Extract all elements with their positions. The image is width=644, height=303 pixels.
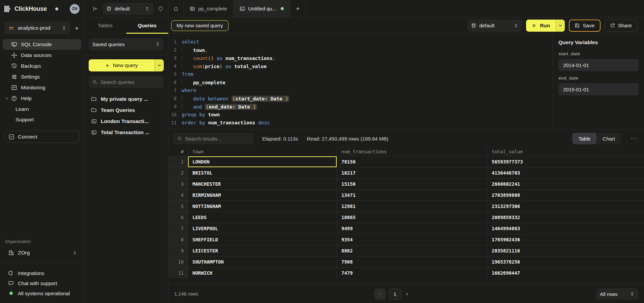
cell-num-transactions[interactable]: 12981 bbox=[337, 201, 487, 212]
cell-num-transactions[interactable]: 10865 bbox=[337, 212, 487, 223]
service-selector[interactable]: aws analytics-prod bbox=[4, 22, 70, 34]
home-tab[interactable] bbox=[168, 0, 184, 17]
cell-total-value[interactable]: 1464994863 bbox=[487, 223, 644, 234]
cell-total-value[interactable]: 1765902436 bbox=[487, 234, 644, 245]
code-line-4[interactable]: 4sum(price) as total_value bbox=[168, 62, 553, 70]
column-header-town[interactable]: town bbox=[188, 147, 337, 156]
search-queries-input[interactable] bbox=[100, 79, 160, 85]
cell-num-transactions[interactable]: 9354 bbox=[337, 234, 487, 245]
page-size-selector[interactable]: All rows bbox=[596, 288, 638, 300]
query-list-item-team-queries[interactable]: Team Queries bbox=[89, 104, 164, 116]
cell-num-transactions[interactable]: 7479 bbox=[337, 267, 487, 278]
cell-town[interactable]: LIVERPOOL bbox=[188, 223, 337, 234]
sidebar-item-support[interactable]: Support bbox=[3, 114, 81, 125]
view-tab-table[interactable]: Table bbox=[572, 133, 596, 144]
search-results-input[interactable] bbox=[185, 136, 249, 142]
cell-num-transactions[interactable]: 7908 bbox=[337, 256, 487, 267]
query-list-item-my-private-query[interactable]: My private query ... bbox=[89, 93, 164, 104]
tab-tables[interactable]: Tables bbox=[84, 18, 126, 33]
footer-item-chat-with-support[interactable]: Chat with support bbox=[3, 278, 81, 288]
cell-town[interactable]: NOTTINGHAM bbox=[188, 201, 337, 212]
variable-input-start-date[interactable] bbox=[558, 59, 639, 71]
code-line-7[interactable]: 7where bbox=[168, 86, 553, 94]
code-line-8[interactable]: 8date between {start_date: Date } bbox=[168, 94, 553, 102]
run-dropdown[interactable] bbox=[556, 20, 565, 32]
more-menu-icon[interactable]: ··· bbox=[631, 135, 637, 142]
cell-town[interactable]: MANCHESTER bbox=[188, 178, 337, 189]
cell-town[interactable]: BRISTOL bbox=[188, 167, 337, 178]
code-line-11[interactable]: 11order by num_transactions desc bbox=[168, 119, 553, 127]
new-query-button[interactable]: + New query bbox=[89, 59, 164, 71]
cell-town[interactable]: LEEDS bbox=[188, 212, 337, 223]
cell-town[interactable]: SHEFFIELD bbox=[188, 234, 337, 245]
code-line-3[interactable]: 3count() as num_transactions, bbox=[168, 54, 553, 62]
query-parameter-chip[interactable]: {end_date: Date } bbox=[205, 104, 257, 110]
cell-total-value[interactable]: 2089859332 bbox=[487, 212, 644, 223]
share-button[interactable]: Share bbox=[605, 20, 637, 32]
code-line-2[interactable]: 2town, bbox=[168, 46, 553, 54]
cell-town[interactable]: NORWICH bbox=[188, 267, 337, 278]
new-query-dropdown[interactable] bbox=[155, 59, 164, 71]
add-service-button[interactable]: + bbox=[74, 25, 80, 32]
sidebar-item-settings[interactable]: Settings bbox=[3, 71, 81, 82]
refresh-icon[interactable] bbox=[158, 6, 163, 11]
sidebar-item-monitoring[interactable]: Monitoring bbox=[3, 82, 81, 93]
view-tab-chart[interactable]: Chart bbox=[596, 133, 621, 144]
cell-town[interactable]: SOUTHAMPTON bbox=[188, 256, 337, 267]
cell-total-value[interactable]: 2313297306 bbox=[487, 201, 644, 212]
sidebar-item-data-sources[interactable]: Data sources bbox=[3, 50, 81, 61]
cell-total-value[interactable]: 2660602241 bbox=[487, 178, 644, 189]
code-line-6[interactable]: 6pp_complete bbox=[168, 78, 553, 86]
code-line-10[interactable]: 10group by town bbox=[168, 111, 553, 119]
sidebar-item-backups[interactable]: Backups bbox=[3, 61, 81, 71]
run-button-main[interactable]: Run bbox=[526, 20, 556, 32]
cell-total-value[interactable]: 1662690447 bbox=[487, 267, 644, 278]
cell-num-transactions[interactable]: 16217 bbox=[337, 167, 487, 178]
footer-item-all-systems-operational[interactable]: All systems operational bbox=[3, 288, 81, 298]
column-header-index[interactable]: # bbox=[168, 147, 188, 156]
cell-total-value[interactable]: 2703899808 bbox=[487, 189, 644, 201]
code-line-9[interactable]: 9and {end_date: Date } bbox=[168, 102, 553, 111]
run-button[interactable]: Run bbox=[526, 20, 565, 32]
database-selector[interactable]: default bbox=[103, 3, 153, 15]
save-button[interactable]: Save bbox=[569, 20, 600, 32]
organization-item[interactable]: ZOrg bbox=[3, 247, 81, 258]
saved-query-tab[interactable]: My new saved query bbox=[171, 20, 228, 31]
cell-total-value[interactable]: 1965378256 bbox=[487, 256, 644, 267]
tab-queries[interactable]: Queries bbox=[126, 18, 168, 33]
chevron-down-icon[interactable] bbox=[5, 97, 9, 100]
cell-town[interactable]: LEICESTER bbox=[188, 245, 337, 256]
collapse-sidebar-icon[interactable] bbox=[92, 6, 98, 12]
cell-total-value[interactable]: 2035821116 bbox=[487, 245, 644, 256]
sidebar-item-sql-console[interactable]: SQL Console bbox=[3, 39, 81, 50]
code-line-1[interactable]: 1select bbox=[168, 38, 553, 46]
sql-editor[interactable]: 1select2town,3count() as num_transaction… bbox=[168, 34, 553, 129]
cell-num-transactions[interactable]: 13471 bbox=[337, 189, 487, 201]
query-list-item-total-transaction[interactable]: Total Transaction ... bbox=[89, 127, 164, 138]
connect-button[interactable]: Connect bbox=[4, 131, 80, 143]
search-queries-box[interactable] bbox=[89, 76, 164, 88]
query-parameter-chip[interactable]: {start_date: Date } bbox=[232, 96, 289, 102]
cell-num-transactions[interactable]: 9499 bbox=[337, 223, 487, 234]
footer-item-integrations[interactable]: Integrations bbox=[3, 268, 81, 278]
code-line-5[interactable]: 5from bbox=[168, 70, 553, 78]
search-results-box[interactable] bbox=[173, 133, 253, 144]
prev-page-button[interactable]: ‹ bbox=[374, 289, 386, 300]
cell-total-value[interactable]: 56593977373 bbox=[487, 156, 644, 167]
column-header-num-transactions[interactable]: num_transactions bbox=[337, 147, 487, 156]
avatar[interactable]: ZN bbox=[70, 4, 80, 14]
new-query-main[interactable]: + New query bbox=[89, 59, 155, 71]
sidebar-item-help[interactable]: Help bbox=[3, 93, 81, 104]
cell-num-transactions[interactable]: 78156 bbox=[337, 156, 487, 167]
current-page[interactable]: 1 bbox=[389, 289, 401, 300]
saved-queries-selector[interactable]: Saved queries bbox=[89, 38, 164, 50]
next-page-button[interactable]: › bbox=[404, 291, 410, 297]
cell-town[interactable]: BIRMINGHAM bbox=[188, 189, 337, 201]
column-header-total-value[interactable]: total_value bbox=[487, 147, 644, 156]
variable-input-end-date[interactable] bbox=[558, 83, 639, 95]
cell-town[interactable]: LONDON bbox=[188, 156, 337, 167]
cell-num-transactions[interactable]: 8862 bbox=[337, 245, 487, 256]
run-database-selector[interactable]: default bbox=[467, 20, 522, 32]
page-tab-pp-complete[interactable]: pp_complete bbox=[184, 0, 234, 17]
cell-num-transactions[interactable]: 15156 bbox=[337, 178, 487, 189]
